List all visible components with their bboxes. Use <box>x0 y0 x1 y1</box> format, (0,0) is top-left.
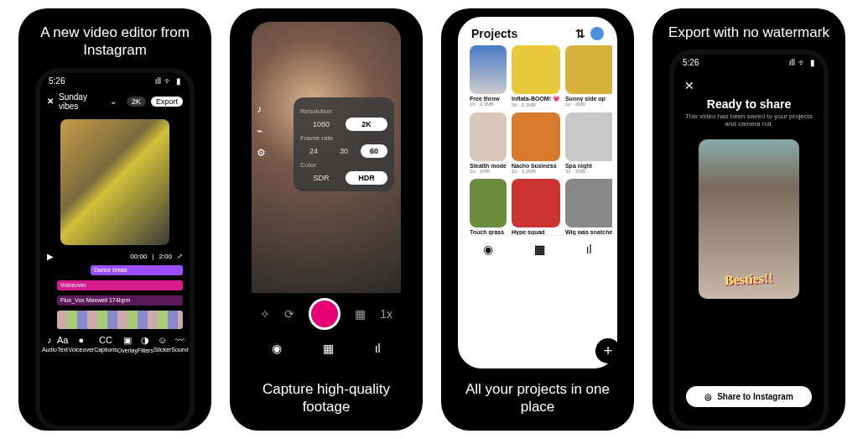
project-card[interactable]: Hype squad <box>512 179 560 235</box>
sparkle-icon[interactable]: ✧ <box>260 307 270 321</box>
project-card[interactable]: Free throw1h · 2.3MB <box>470 45 507 107</box>
clock: 5:26 <box>683 58 699 67</box>
project-card[interactable]: Nacho business2d · 3.2MB <box>512 112 560 174</box>
panel-projects: Projects ⇅ Free throw1h · 2.3MBInflata-B… <box>441 8 634 431</box>
color-sdr[interactable]: SDR <box>300 171 342 185</box>
editor-phone: 5:26 ıllᯤ▮ ✕ Sunday vibes ⌄ 2K Export ▶ … <box>35 68 195 431</box>
projects-header: Projects ⇅ <box>463 22 612 45</box>
panel-editor: A new video editor from Instagram 5:26 ı… <box>18 8 211 431</box>
expand-icon[interactable]: ⤢ <box>177 253 183 260</box>
panel-1-caption: A new video editor from Instagram <box>18 8 211 68</box>
nav-record-icon[interactable]: ◉ <box>483 243 493 256</box>
camera-bar: ✧ ⟳ ▦ 1x <box>252 293 401 335</box>
settings-icon[interactable]: ⚙ <box>257 147 266 159</box>
project-title[interactable]: Sunday vibes <box>59 92 105 111</box>
camera-viewfinder[interactable]: ♪ ⌁ ⚙ Resolution 1080 2K Frame rate 24 3… <box>252 22 401 293</box>
avatar[interactable] <box>590 27 604 40</box>
project-card[interactable]: Touch grass <box>470 179 507 235</box>
play-icon[interactable]: ▶ <box>47 252 54 261</box>
fps-30[interactable]: 30 <box>330 144 357 158</box>
sort-icon[interactable]: ⇅ <box>575 27 585 40</box>
project-card[interactable]: Spa night3d · 1MB <box>565 112 612 174</box>
scrubber[interactable]: ▶ 00:00 | 2:00 ⤢ <box>40 250 190 263</box>
nav-insights-icon[interactable]: ıl <box>586 243 592 256</box>
bottom-nav: ◉ ▦ ıl <box>463 235 612 264</box>
tool-filters[interactable]: ◑Filters <box>138 335 153 353</box>
nav-projects-icon[interactable]: ▦ <box>534 243 545 256</box>
color-hdr[interactable]: HDR <box>346 171 387 185</box>
tool-sticker[interactable]: ☺Sticker <box>153 335 171 353</box>
time-current: 00:00 <box>130 253 147 260</box>
resolution-label: Resolution <box>300 107 387 115</box>
project-card[interactable]: Inflata-BOOM! 💗5h · 1.1MB <box>512 45 560 107</box>
bottom-nav: ◉ ▦ ıl <box>252 335 401 363</box>
panel-capture: ♪ ⌁ ⚙ Resolution 1080 2K Frame rate 24 3… <box>230 8 423 431</box>
projects-phone: Projects ⇅ Free throw1h · 2.3MBInflata-B… <box>458 17 617 368</box>
music-icon[interactable]: ♪ <box>257 103 266 115</box>
nav-record-icon[interactable]: ◉ <box>272 342 282 355</box>
color-seg: SDR HDR <box>300 171 387 185</box>
fps-60[interactable]: 60 <box>361 144 387 158</box>
nav-insights-icon[interactable]: ıl <box>375 342 381 355</box>
export-preview[interactable]: Besties!! <box>699 139 799 299</box>
capture-phone: ♪ ⌁ ⚙ Resolution 1080 2K Frame rate 24 3… <box>247 17 406 368</box>
nav-projects-icon[interactable]: ▦ <box>323 342 334 355</box>
close-icon[interactable]: ✕ <box>684 79 694 92</box>
track-thumbnails[interactable] <box>57 311 183 329</box>
tool-voiceover[interactable]: ●Voiceover <box>68 335 94 353</box>
share-to-instagram-button[interactable]: ◎ Share to Instagram <box>686 386 812 407</box>
gallery-icon[interactable]: ▦ <box>355 307 366 321</box>
panel-3-caption: All your projects in one place <box>441 368 634 431</box>
track-1[interactable]: Dance break <box>91 265 183 275</box>
effect-icon[interactable]: ⌁ <box>257 125 266 137</box>
time-total: 2:00 <box>159 253 172 260</box>
close-icon[interactable]: ✕ <box>47 97 54 106</box>
projects-title: Projects <box>471 27 517 40</box>
project-card[interactable]: Stealth mode2d · 1MB <box>470 112 507 174</box>
track-3[interactable]: Flux_Vox Maxwell 174bpm <box>57 295 183 306</box>
shutter-button[interactable] <box>309 298 340 330</box>
capture-settings-card: Resolution 1080 2K Frame rate 24 30 60 C… <box>294 97 394 191</box>
tool-overlay[interactable]: ▣Overlay <box>117 335 138 353</box>
clock: 5:26 <box>49 76 65 86</box>
export-button[interactable]: Export <box>151 97 183 107</box>
framerate-seg: 24 30 60 <box>300 144 387 158</box>
overlay-text: Besties!! <box>725 271 774 289</box>
video-preview[interactable] <box>60 119 169 245</box>
status-bar: 5:26 ıllᯤ▮ <box>674 55 824 71</box>
share-title: Ready to share <box>707 97 791 111</box>
status-bar: 5:26 ıllᯤ▮ <box>40 73 190 89</box>
tool-text[interactable]: AaText <box>57 335 68 353</box>
tool-captions[interactable]: CCCaptions <box>94 335 117 353</box>
flip-camera-icon[interactable]: ⟳ <box>284 307 294 321</box>
chevron-down-icon[interactable]: ⌄ <box>110 97 117 106</box>
res-2k[interactable]: 2K <box>346 118 387 131</box>
new-project-button[interactable]: + <box>595 338 617 363</box>
panel-4-caption: Export with no watermark <box>657 8 841 50</box>
tool-audio[interactable]: ♪Audio <box>42 335 57 353</box>
zoom-indicator[interactable]: 1x <box>380 307 392 321</box>
panel-export: Export with no watermark 5:26 ıllᯤ▮ ✕ Re… <box>652 8 845 431</box>
capture-side-tools: ♪ ⌁ ⚙ <box>257 103 266 159</box>
tool-sound[interactable]: 〰Sound <box>171 335 188 353</box>
panel-2-caption: Capture high-quality footage <box>230 368 423 431</box>
quality-pill[interactable]: 2K <box>127 97 146 107</box>
framerate-label: Frame rate <box>300 134 387 142</box>
color-label: Color <box>300 161 387 169</box>
track-2[interactable]: Voiceover <box>57 280 183 290</box>
editor-header: ✕ Sunday vibes ⌄ 2K Export <box>40 89 190 114</box>
project-card[interactable]: Wig was snatched <box>565 179 612 235</box>
resolution-seg: 1080 2K <box>300 118 387 131</box>
fps-24[interactable]: 24 <box>300 144 327 158</box>
status-icons: ıllᯤ▮ <box>155 76 181 86</box>
instagram-icon: ◎ <box>704 392 712 401</box>
projects-grid: Free throw1h · 2.3MBInflata-BOOM! 💗5h · … <box>463 45 612 235</box>
project-card[interactable]: Sunny side up1d · 2MB <box>565 45 612 107</box>
share-screen: ✕ Ready to share This video has been sav… <box>674 71 824 426</box>
share-subtitle: This video has been saved to your projec… <box>684 112 813 128</box>
status-icons: ıllᯤ▮ <box>789 58 815 67</box>
res-1080[interactable]: 1080 <box>300 118 342 131</box>
export-phone: 5:26 ıllᯤ▮ ✕ Ready to share This video h… <box>669 50 829 431</box>
editor-toolbar: ♪AudioAaText●VoiceoverCCCaptions▣Overlay… <box>40 332 190 358</box>
share-button-label: Share to Instagram <box>717 392 793 401</box>
